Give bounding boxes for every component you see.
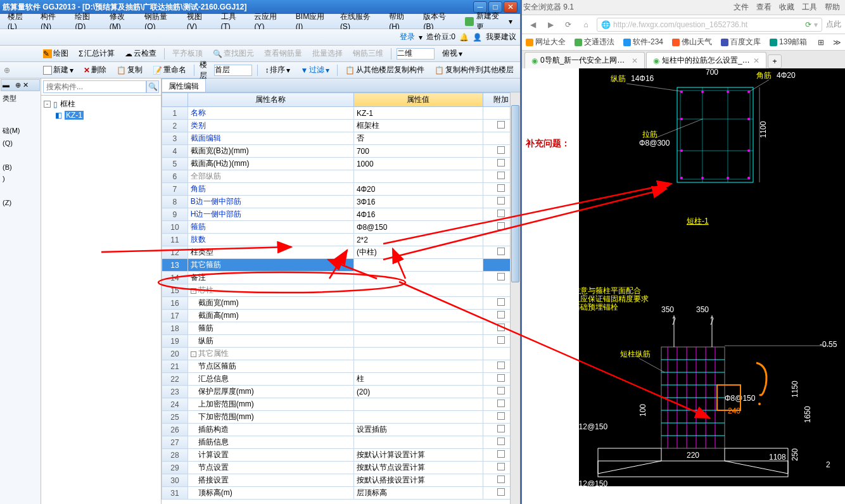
property-value[interactable] xyxy=(353,284,483,297)
property-value[interactable]: Φ8@150 xyxy=(353,221,483,234)
property-row[interactable]: 6全部纵筋 xyxy=(162,170,520,183)
property-row[interactable]: 17 截面高(mm) xyxy=(162,310,520,322)
property-row[interactable]: 14备注 xyxy=(162,272,520,284)
cat-b[interactable]: (B) xyxy=(0,161,41,173)
property-value[interactable]: 3Φ16 xyxy=(353,196,483,208)
checkbox-icon[interactable] xyxy=(497,438,505,445)
property-row[interactable]: 26 插筋构造设置插筋 xyxy=(162,424,520,436)
tb-sort[interactable]: ↕排序 ▾ xyxy=(262,63,293,77)
property-row[interactable]: 1名称KZ-1 xyxy=(162,107,520,120)
property-value[interactable] xyxy=(353,398,483,411)
floor-combo[interactable] xyxy=(214,65,252,76)
bookmark-item[interactable]: 网址大全 xyxy=(526,37,566,47)
checkbox-icon[interactable] xyxy=(497,400,505,407)
property-row[interactable]: 8B边一侧中部筋3Φ16 xyxy=(162,196,520,208)
extension-icon[interactable]: ⊞ xyxy=(818,38,824,47)
col-name[interactable]: 属性名称 xyxy=(187,93,353,107)
property-row[interactable]: 23 保护层厚度(mm)(20) xyxy=(162,386,520,398)
login-link[interactable]: 登录 xyxy=(400,32,415,42)
checkbox-icon[interactable] xyxy=(497,146,505,154)
checkbox-icon[interactable] xyxy=(497,298,505,306)
bm-help[interactable]: 帮助 xyxy=(825,2,840,13)
tb-copy[interactable]: 📋复制 xyxy=(114,63,145,77)
browser-tab[interactable]: ◉短柱中的拉筋怎么设置_广联达服✕ xyxy=(646,52,766,68)
property-row[interactable]: 28 计算设置按默认计算设置计算 xyxy=(162,449,520,462)
property-value[interactable] xyxy=(353,411,483,424)
bm-fav[interactable]: 收藏 xyxy=(779,2,794,13)
property-row[interactable]: 11肢数2*2 xyxy=(162,234,520,246)
reload-button[interactable]: ⟳ xyxy=(561,18,575,32)
property-row[interactable]: 16 截面宽(mm) xyxy=(162,297,520,310)
forward-button[interactable]: ▶ xyxy=(543,18,557,32)
property-row[interactable]: 3截面编辑否 xyxy=(162,132,520,145)
property-value[interactable]: 按默认搭接设置计算 xyxy=(353,474,483,487)
property-value[interactable]: 按默认节点设置计算 xyxy=(353,462,483,474)
bookmark-item[interactable]: 百度文库 xyxy=(721,37,761,47)
property-value[interactable] xyxy=(353,170,483,183)
property-value[interactable]: 层顶标高 xyxy=(353,487,483,500)
expand-icon[interactable]: - xyxy=(44,101,51,108)
tb-copy-to[interactable]: 📋复制构件到其他楼层 xyxy=(432,63,516,77)
advice-link[interactable]: 我要建议 xyxy=(486,32,516,42)
property-row[interactable]: 29 节点设置按默认节点设置计算 xyxy=(162,462,520,474)
property-tab[interactable]: 属性编辑 xyxy=(162,79,206,92)
tb-cloud[interactable]: ☁ 云检查 xyxy=(122,47,159,60)
tb-delete[interactable]: ✕删除 xyxy=(81,63,109,77)
property-value[interactable] xyxy=(353,272,483,284)
property-row[interactable]: 20-其它属性 xyxy=(162,348,520,360)
tb-draw[interactable]: ✎绘图 xyxy=(41,47,71,60)
checkbox-icon[interactable] xyxy=(497,159,505,167)
checkbox-icon[interactable] xyxy=(497,222,505,230)
checkbox-icon[interactable] xyxy=(497,476,505,483)
tab-close-icon[interactable]: ✕ xyxy=(632,56,638,65)
property-value[interactable]: 柱 xyxy=(353,373,483,386)
property-value[interactable] xyxy=(353,310,483,322)
property-value[interactable] xyxy=(353,348,483,360)
home-button[interactable]: ⌂ xyxy=(579,18,593,32)
tb-top-view[interactable]: 俯视 ▾ xyxy=(440,47,465,60)
property-row[interactable]: 21 节点区箍筋 xyxy=(162,360,520,373)
checkbox-icon[interactable] xyxy=(497,463,505,470)
property-row[interactable]: 5截面高(H边)(mm)1000 xyxy=(162,158,520,170)
bm-tools[interactable]: 工具 xyxy=(802,2,817,13)
checkbox-icon[interactable] xyxy=(497,121,505,129)
bell-icon[interactable]: 🔔 xyxy=(459,33,469,42)
tb-flat[interactable]: 平齐板顶 xyxy=(170,47,205,60)
property-row[interactable]: 27 插筋信息 xyxy=(162,436,520,449)
checkbox-icon[interactable] xyxy=(497,197,505,205)
property-row[interactable]: 25 下加密范围(mm) xyxy=(162,411,520,424)
checkbox-icon[interactable] xyxy=(497,374,505,382)
property-value[interactable]: 1000 xyxy=(353,158,483,170)
extra-link[interactable]: 点此 xyxy=(826,19,841,30)
property-value[interactable]: 按默认计算设置计算 xyxy=(353,449,483,462)
bookmark-item[interactable]: 交通违法 xyxy=(575,37,614,47)
checkbox-icon[interactable] xyxy=(497,210,505,217)
dropdown-icon[interactable]: ▾ xyxy=(814,20,818,29)
category-tab[interactable]: ▬ ⊕ ✕ xyxy=(1,79,40,91)
property-row[interactable]: 7角筋4Φ20 xyxy=(162,183,520,196)
bm-view[interactable]: 查看 xyxy=(756,2,772,13)
property-value[interactable] xyxy=(353,436,483,449)
property-row[interactable]: 18 箍筋 xyxy=(162,322,520,335)
cat-q[interactable]: (Q) xyxy=(0,137,41,149)
property-value[interactable]: 4Φ20 xyxy=(353,183,483,196)
property-row[interactable]: 10箍筋Φ8@150 xyxy=(162,221,520,234)
tb-find[interactable]: 🔍查找图元 xyxy=(210,47,257,60)
url-bar[interactable]: 🌐 http://e.fwxgx.com/question_1652736.ht… xyxy=(597,18,822,32)
property-value[interactable]: 设置插筋 xyxy=(353,424,483,436)
browser-tab[interactable]: ◉0导航_新一代安全上网导航✕ xyxy=(524,52,645,68)
property-value[interactable] xyxy=(353,360,483,373)
property-row[interactable]: 22 汇总信息柱 xyxy=(162,373,520,386)
property-row[interactable]: 13其它箍筋 xyxy=(162,259,520,272)
new-tab-button[interactable]: + xyxy=(768,54,782,68)
property-value[interactable]: (20) xyxy=(353,386,483,398)
back-button[interactable]: ◀ xyxy=(526,18,540,32)
property-row[interactable]: 30 搭接设置按默认搭接设置计算 xyxy=(162,474,520,487)
property-value[interactable] xyxy=(353,297,483,310)
bookmark-item[interactable]: 软件-234 xyxy=(623,37,663,47)
bookmark-item[interactable]: 佛山天气 xyxy=(672,37,712,47)
checkbox-icon[interactable] xyxy=(497,488,505,496)
property-value[interactable]: 2*2 xyxy=(353,234,483,246)
tb-sum[interactable]: Σ 汇总计算 xyxy=(76,47,117,60)
tree-root[interactable]: - ▯ 框柱 xyxy=(44,98,158,110)
